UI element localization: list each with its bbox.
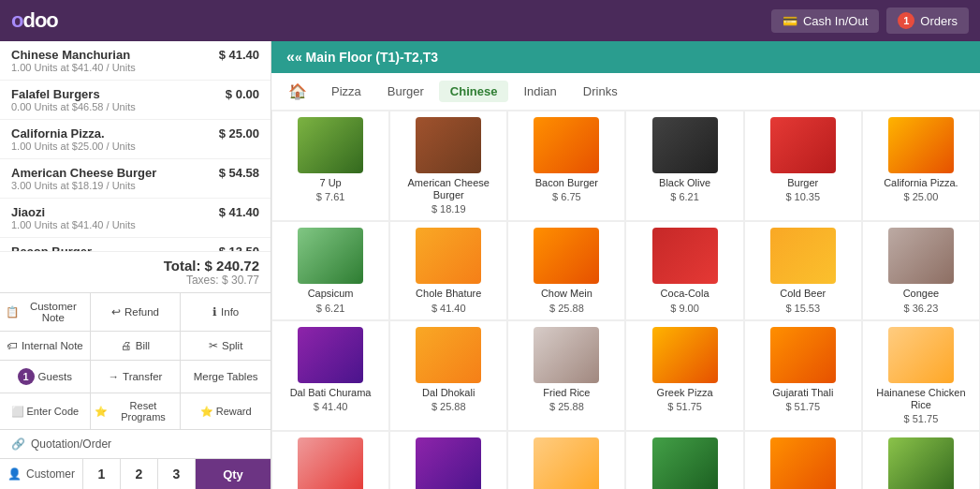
tab-pizza[interactable]: Pizza	[320, 81, 373, 102]
product-card[interactable]: Coca-Cola $ 9.00	[625, 221, 743, 319]
product-card[interactable]: California Pizza. $ 25.00	[862, 111, 980, 221]
product-card[interactable]: American Cheese Burger $ 18.19	[389, 111, 507, 221]
product-price: $ 10.35	[785, 191, 820, 202]
right-panel: « « Main Floor (T1)-T2,T3 🏠 Pizza Burger…	[271, 41, 980, 489]
qty-button[interactable]: Qty	[196, 459, 271, 489]
order-item[interactable]: Jiaozi 1.00 Units at $41.40 / Units $ 41…	[0, 199, 271, 238]
product-card[interactable]: Mirinda	[744, 431, 862, 489]
guests-button[interactable]: 1 Guests	[0, 361, 90, 393]
app-container: odoo 💳 Cash In/Out 1 Orders Chinese Manc…	[0, 0, 980, 489]
merge-tables-button[interactable]: Merge Tables	[181, 361, 271, 393]
product-card[interactable]: Capsicum $ 6.21	[271, 221, 389, 319]
product-image	[770, 437, 836, 489]
order-item[interactable]: American Cheese Burger 3.00 Units at $18…	[0, 159, 271, 199]
enter-code-button[interactable]: ⬜ Enter Code	[0, 393, 90, 429]
product-card[interactable]: Hot Pot $ 41.40	[271, 431, 389, 489]
order-item[interactable]: Falafel Burgers 0.00 Units at $46.58 / U…	[0, 81, 271, 120]
product-card[interactable]: Minute Maid	[625, 431, 743, 489]
internal-note-button[interactable]: 🏷 Internal Note	[0, 332, 90, 360]
product-image	[534, 228, 599, 284]
split-button[interactable]: ✂ Split	[181, 332, 271, 360]
product-card[interactable]: Chole Bhature $ 41.40	[389, 221, 507, 319]
cash-btn-label: Cash In/Out	[803, 14, 868, 28]
transfer-button[interactable]: → Transfer	[91, 361, 181, 393]
product-name: Chow Mein	[541, 288, 592, 300]
top-header: odoo 💳 Cash In/Out 1 Orders	[0, 0, 980, 41]
product-name: California Pizza.	[884, 177, 958, 189]
product-name: 7 Up	[319, 177, 341, 189]
reset-programs-button[interactable]: ⭐ Reset Programs	[91, 393, 181, 429]
numpad-2[interactable]: 2	[121, 459, 157, 489]
product-card[interactable]: Cold Beer $ 15.53	[744, 221, 862, 319]
order-item[interactable]: Bacon Burger 2.00 Units at $6.75 / Units…	[0, 238, 271, 251]
product-name: Cold Beer	[780, 288, 826, 300]
customer-note-button[interactable]: 📋 Customer Note	[0, 293, 90, 331]
orders-btn-label: Orders	[920, 14, 958, 28]
checkbox-icon: ⬜	[11, 406, 24, 418]
product-image	[416, 228, 481, 284]
person-icon: 👤	[7, 467, 22, 481]
numpad-1[interactable]: 1	[83, 459, 120, 489]
bottom-buttons-row: ⬜ Enter Code ⭐ Reset Programs ⭐ Reward	[0, 393, 271, 429]
product-card[interactable]: Chow Mein $ 25.88	[507, 221, 625, 319]
tab-drinks[interactable]: Drinks	[572, 81, 629, 102]
product-name: Capsicum	[308, 288, 354, 300]
tab-indian[interactable]: Indian	[512, 81, 567, 102]
product-card[interactable]: Mountain Dew	[862, 431, 980, 489]
product-name: Gujarati Thali	[772, 387, 833, 399]
quotation-order-button[interactable]: 🔗 Quotation/Order	[0, 429, 271, 458]
tab-burger[interactable]: Burger	[376, 81, 435, 102]
product-card[interactable]: Burger $ 10.35	[744, 111, 862, 221]
product-card[interactable]: Hainanese Chicken Rice $ 51.75	[862, 320, 980, 431]
product-card[interactable]: Dal Dhokali $ 25.88	[389, 320, 507, 431]
total-amount: Total: $ 240.72	[11, 258, 259, 274]
order-item[interactable]: Chinese Manchurian 1.00 Units at $41.40 …	[0, 41, 271, 81]
product-price: $ 36.23	[904, 303, 939, 314]
product-price: $ 41.40	[431, 303, 466, 314]
product-image	[888, 327, 954, 383]
reward-button[interactable]: ⭐ Reward	[181, 393, 271, 429]
product-card[interactable]: Fried Rice $ 25.88	[507, 320, 625, 431]
refund-button[interactable]: ↩ Refund	[91, 293, 181, 331]
product-name: Dal Bati Churama	[290, 387, 372, 399]
cash-in-out-button[interactable]: 💳 Cash In/Out	[771, 9, 879, 33]
product-price: $ 7.61	[316, 191, 345, 202]
info-button[interactable]: ℹ Info	[181, 293, 271, 331]
numpad-row: 👤 Customer 1 2 3 Qty	[0, 458, 271, 489]
product-image	[770, 117, 836, 173]
customer-button[interactable]: 👤 Customer	[0, 459, 82, 489]
product-image	[652, 228, 718, 284]
product-card[interactable]: Bacon Burger $ 6.75	[507, 111, 625, 221]
product-card[interactable]: 7 Up $ 7.61	[271, 111, 389, 221]
tab-chinese[interactable]: Chinese	[439, 81, 509, 102]
guests-count: 1	[18, 368, 35, 385]
product-name: Fried Rice	[543, 387, 590, 399]
odoo-logo: odoo	[11, 8, 58, 33]
table-label: « Main Floor (T1)-T2,T3	[295, 50, 438, 65]
product-price: $ 25.00	[904, 191, 939, 202]
product-card[interactable]: Gujarati Thali $ 51.75	[744, 320, 862, 431]
left-panel: Chinese Manchurian 1.00 Units at $41.40 …	[0, 41, 271, 489]
product-card[interactable]: Dal Bati Churama $ 41.40	[271, 320, 389, 431]
tag-icon: 🏷	[7, 340, 18, 351]
home-tab[interactable]: 🏠	[279, 79, 316, 104]
product-name: Chole Bhature	[416, 288, 481, 300]
product-price: $ 51.75	[904, 413, 939, 424]
orders-button[interactable]: 1 Orders	[886, 7, 969, 34]
order-item[interactable]: California Pizza. 1.00 Units at $25.00 /…	[0, 120, 271, 159]
product-card[interactable]: Black Olive $ 6.21	[625, 111, 743, 221]
numpad-3[interactable]: 3	[158, 459, 195, 489]
product-card[interactable]: Congee $ 36.23	[862, 221, 980, 319]
bill-button[interactable]: 🖨 Bill	[91, 332, 181, 360]
product-image	[888, 117, 954, 173]
product-name: Greek Pizza	[657, 387, 713, 399]
product-price: $ 6.21	[670, 191, 699, 202]
product-card[interactable]: Kung Pao Chicken $ 56.93	[507, 431, 625, 489]
transfer-icon: →	[109, 371, 120, 382]
product-image	[652, 437, 718, 489]
product-image	[770, 327, 836, 383]
product-price: $ 41.40	[314, 401, 348, 412]
print-icon: 🖨	[121, 340, 132, 351]
product-card[interactable]: Greek Pizza $ 51.75	[625, 320, 743, 431]
product-card[interactable]: Jiaozi $ 41.40	[389, 431, 507, 489]
